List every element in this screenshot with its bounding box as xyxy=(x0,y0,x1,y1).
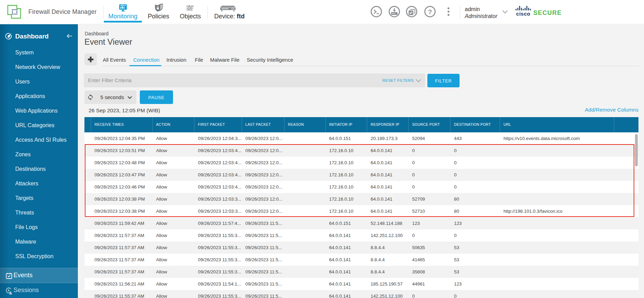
svg-text:SECURE: SECURE xyxy=(533,9,562,16)
svg-text:cisco: cisco xyxy=(516,11,530,17)
svg-text:?: ? xyxy=(428,8,432,16)
